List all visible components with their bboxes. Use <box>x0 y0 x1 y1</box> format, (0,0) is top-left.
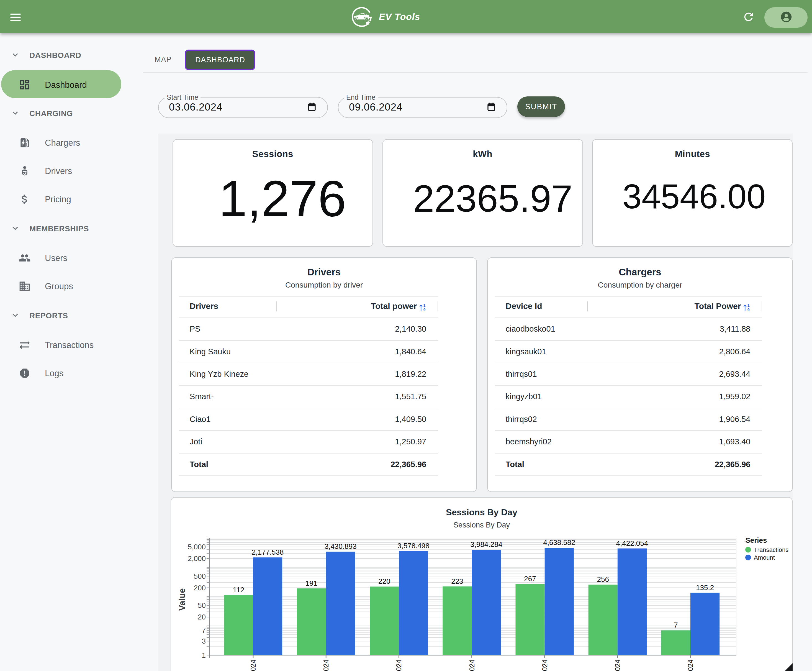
svg-text:07.06.2024: 07.06.2024 <box>541 660 549 671</box>
svg-text:1: 1 <box>747 303 750 308</box>
svg-text:3,578.498: 3,578.498 <box>398 542 430 550</box>
svg-text:Series: Series <box>745 536 767 544</box>
svg-text:112: 112 <box>233 586 244 594</box>
svg-text:Amount: Amount <box>754 554 775 561</box>
svg-text:9: 9 <box>423 308 426 312</box>
svg-text:04.06.2024: 04.06.2024 <box>322 660 330 671</box>
svg-text:3: 3 <box>202 637 206 645</box>
svg-text:7: 7 <box>202 626 206 634</box>
svg-text:08.06.2024: 08.06.2024 <box>614 660 622 671</box>
svg-text:20: 20 <box>198 613 206 621</box>
svg-text:5,000: 5,000 <box>188 543 206 551</box>
svg-text:50: 50 <box>198 601 206 610</box>
svg-text:7: 7 <box>674 621 678 629</box>
svg-text:256: 256 <box>597 575 609 584</box>
svg-text:Value: Value <box>177 588 187 611</box>
svg-text:2,000: 2,000 <box>188 554 206 563</box>
svg-text:03.06.2024: 03.06.2024 <box>249 660 257 671</box>
svg-text:4,422.054: 4,422.054 <box>616 539 648 547</box>
svg-text:Transactions: Transactions <box>754 546 788 553</box>
svg-text:1: 1 <box>202 651 206 659</box>
svg-text:200: 200 <box>194 584 206 592</box>
svg-text:05.06.2024: 05.06.2024 <box>395 660 403 671</box>
svg-text:220: 220 <box>378 577 390 586</box>
svg-text:3,984.284: 3,984.284 <box>470 540 502 548</box>
svg-text:09.06.2024: 09.06.2024 <box>686 660 694 671</box>
svg-text:500: 500 <box>194 572 206 581</box>
svg-text:3,430.893: 3,430.893 <box>324 542 357 550</box>
svg-text:267: 267 <box>524 575 536 583</box>
svg-text:9: 9 <box>747 308 750 312</box>
svg-text:2,177.538: 2,177.538 <box>252 548 284 556</box>
svg-text:135.2: 135.2 <box>696 584 714 592</box>
svg-text:191: 191 <box>306 579 318 588</box>
svg-text:1: 1 <box>423 303 426 308</box>
svg-text:223: 223 <box>451 577 463 586</box>
svg-text:06.06.2024: 06.06.2024 <box>468 660 476 671</box>
svg-text:4,638.582: 4,638.582 <box>543 538 575 547</box>
